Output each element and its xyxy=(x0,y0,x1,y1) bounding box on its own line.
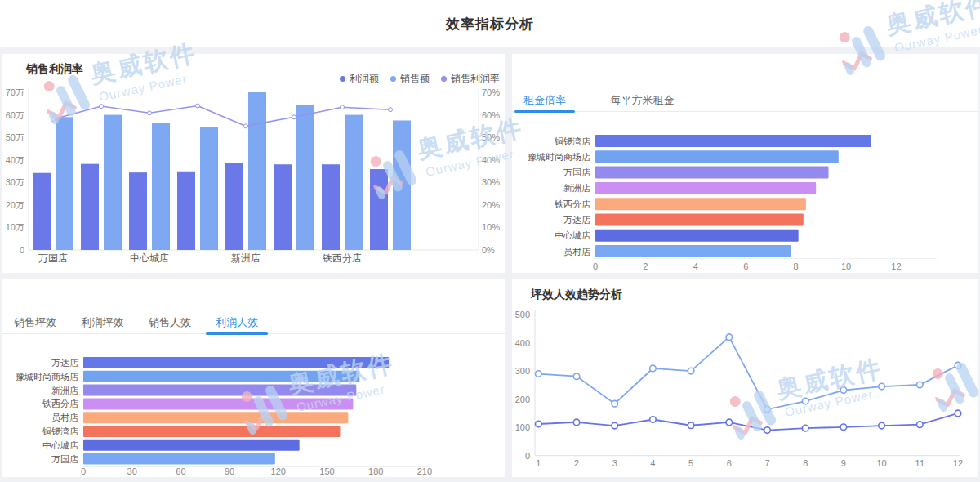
hbar-铜锣湾店[interactable] xyxy=(595,135,871,147)
hbar-万达店[interactable] xyxy=(595,214,804,226)
panel-profit-margin: 销售利润率 利润额 销售额 销售利润率 70万60万50万40万30万20万10… xyxy=(2,54,505,273)
legend-dot xyxy=(340,76,345,82)
page-title: 效率指标分析 xyxy=(446,15,534,33)
trend-point[interactable] xyxy=(650,365,657,372)
axis-tick-label: 60% xyxy=(482,110,500,120)
hbar-中心城店[interactable] xyxy=(595,230,799,242)
hbar-铜锣湾店[interactable] xyxy=(83,426,340,437)
sales-bar[interactable] xyxy=(248,92,266,250)
tab-sales-per-sqm[interactable]: 销售坪效 xyxy=(4,314,66,334)
legend-label: 销售利润率 xyxy=(451,72,500,86)
profit-bar[interactable] xyxy=(322,164,340,250)
hbar-豫城时尚商场店[interactable] xyxy=(595,150,839,163)
trend-point[interactable] xyxy=(726,419,733,426)
sales-bar[interactable] xyxy=(393,120,411,250)
tab-sales-per-person[interactable]: 销售人效 xyxy=(139,314,201,334)
axis-tick-label: 60万 xyxy=(6,110,24,120)
trend-point[interactable] xyxy=(536,421,542,427)
profit-bar[interactable] xyxy=(370,169,388,250)
trend-point[interactable] xyxy=(879,422,885,429)
trend-point[interactable] xyxy=(573,373,580,380)
trend-point[interactable] xyxy=(879,383,885,390)
hbar-新洲店[interactable] xyxy=(83,385,356,396)
margin-point[interactable] xyxy=(196,104,200,108)
tab-profit-per-person[interactable]: 利润人效 xyxy=(206,314,268,334)
hbar-豫城时尚商场店[interactable] xyxy=(83,371,359,382)
tab-profit-per-sqm[interactable]: 利润坪效 xyxy=(71,314,133,334)
sales-bar[interactable] xyxy=(104,115,122,250)
trend-point[interactable] xyxy=(650,417,657,423)
trend-point[interactable] xyxy=(688,422,694,429)
trend-line-2[interactable] xyxy=(538,413,958,431)
margin-point[interactable] xyxy=(341,105,345,109)
trend-point[interactable] xyxy=(802,425,808,431)
hbar-中心城店[interactable] xyxy=(83,440,300,451)
axis-tick-label: 150 xyxy=(319,466,334,476)
trend-point[interactable] xyxy=(573,419,580,426)
margin-point[interactable] xyxy=(244,124,248,128)
hbar-万达店[interactable] xyxy=(83,357,389,368)
trend-point[interactable] xyxy=(612,400,618,407)
trend-point[interactable] xyxy=(917,382,924,388)
trend-point[interactable] xyxy=(764,406,771,413)
tab-rent-per-sqm[interactable]: 每平方米租金 xyxy=(601,91,683,112)
sales-bar[interactable] xyxy=(200,127,218,250)
sales-bar[interactable] xyxy=(296,105,314,250)
hbar-新洲店[interactable] xyxy=(595,182,816,194)
trend-point[interactable] xyxy=(764,427,771,434)
axis-tick-label: 20万 xyxy=(6,200,24,210)
trend-point[interactable] xyxy=(536,371,542,377)
legend-item-profit[interactable]: 利润额 xyxy=(340,72,379,86)
trend-line-1[interactable] xyxy=(538,337,958,409)
sales-bar[interactable] xyxy=(56,117,74,250)
profit-bar[interactable] xyxy=(225,163,243,250)
axis-tick-label: 70万 xyxy=(6,87,24,97)
legend-label: 利润额 xyxy=(350,72,379,86)
trend-point[interactable] xyxy=(840,424,847,431)
sales-bar[interactable] xyxy=(345,115,363,250)
store-label: 豫城时尚商场店 xyxy=(528,152,590,162)
profit-bar[interactable] xyxy=(129,172,147,250)
profit-bar[interactable] xyxy=(274,164,292,250)
hbar-万国店[interactable] xyxy=(83,453,275,465)
profit-bar[interactable] xyxy=(177,172,195,250)
margin-line[interactable] xyxy=(53,106,390,127)
sales-bar[interactable] xyxy=(152,123,170,250)
margin-point[interactable] xyxy=(148,111,152,115)
legend-item-sales[interactable]: 销售额 xyxy=(390,72,430,86)
margin-point[interactable] xyxy=(51,118,56,122)
legend-dot xyxy=(441,76,447,82)
profit-bar[interactable] xyxy=(81,164,99,250)
hbar-铁西分店[interactable] xyxy=(83,398,353,409)
axis-tick-label: 8 xyxy=(803,458,808,468)
trend-point[interactable] xyxy=(955,410,961,417)
axis-tick-label: 90 xyxy=(225,466,234,476)
legend-dot xyxy=(390,76,396,82)
axis-tick-label: 100 xyxy=(515,422,530,432)
trend-point[interactable] xyxy=(688,368,694,374)
tab-rent-multiple[interactable]: 租金倍率 xyxy=(514,91,575,112)
hbar-万国店[interactable] xyxy=(595,167,829,179)
trend-point[interactable] xyxy=(917,422,924,428)
legend-item-margin[interactable]: 销售利润率 xyxy=(441,72,500,86)
hbar-员村店[interactable] xyxy=(83,412,348,423)
category-label: 新洲店 xyxy=(231,252,261,264)
profit-bar[interactable] xyxy=(33,173,51,250)
trend-point[interactable] xyxy=(726,334,733,341)
axis-tick-label: 200 xyxy=(515,395,530,404)
page-header: 效率指标分析 xyxy=(0,0,980,47)
trend-point[interactable] xyxy=(840,387,847,394)
hbar-铁西分店[interactable] xyxy=(595,198,806,210)
trend-point[interactable] xyxy=(802,398,808,404)
efficiency-tabbar: 销售坪效 利润坪效 销售人效 利润人效 xyxy=(2,314,505,334)
margin-point[interactable] xyxy=(292,115,296,119)
margin-point[interactable] xyxy=(389,108,393,112)
margin-point[interactable] xyxy=(100,105,104,109)
panel-trend: 坪效人效趋势分析 0100200300400500123456789101112 xyxy=(512,279,978,477)
legend-label: 销售额 xyxy=(400,72,430,86)
trend-point[interactable] xyxy=(612,422,618,429)
trend-point[interactable] xyxy=(955,362,961,368)
axis-tick-label: 500 xyxy=(515,310,530,319)
axis-tick-label: 6 xyxy=(727,458,732,468)
hbar-员村店[interactable] xyxy=(595,245,791,257)
